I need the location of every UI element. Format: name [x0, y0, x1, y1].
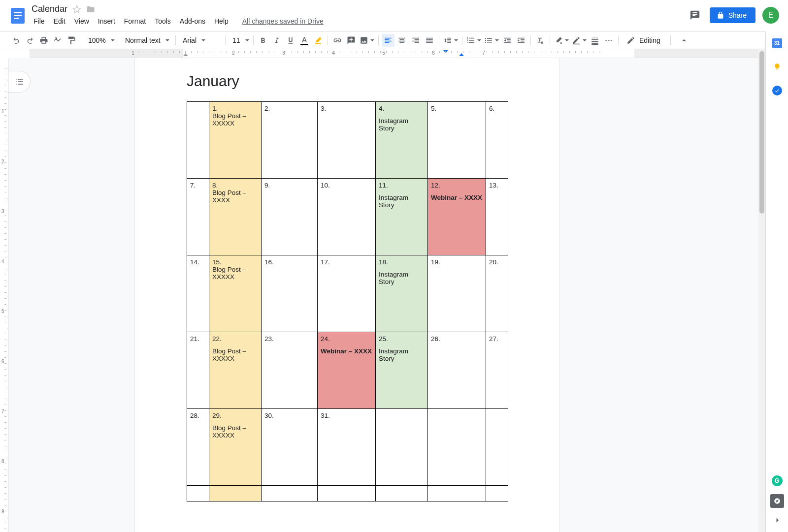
- explore-button[interactable]: [770, 494, 784, 508]
- docs-logo-icon[interactable]: [8, 6, 28, 26]
- calendar-cell[interactable]: 20.: [486, 255, 508, 332]
- calendar-cell[interactable]: 2.: [262, 102, 318, 179]
- vertical-scrollbar[interactable]: [758, 49, 765, 532]
- calendar-cell[interactable]: 25.Instagram Story: [376, 332, 428, 409]
- numbered-list-button[interactable]: [465, 34, 482, 47]
- document-title[interactable]: Calendar: [32, 4, 67, 14]
- clear-formatting-button[interactable]: [534, 34, 547, 47]
- collapse-toolbar-button[interactable]: [678, 34, 690, 47]
- calendar-cell[interactable]: [376, 486, 428, 501]
- editing-mode-select[interactable]: Editing: [622, 34, 667, 47]
- calendar-cell[interactable]: [318, 486, 376, 501]
- calendar-cell[interactable]: 19.: [428, 255, 486, 332]
- calendar-cell[interactable]: 16.: [262, 255, 318, 332]
- page[interactable]: January 1.Blog Post – XXXXX2.3.4.Instagr…: [135, 58, 559, 532]
- spellcheck-button[interactable]: [51, 34, 64, 47]
- calendar-cell[interactable]: 1.Blog Post – XXXXX: [209, 102, 262, 179]
- zoom-select[interactable]: 100%: [84, 34, 115, 47]
- indent-marker-icon[interactable]: [183, 53, 188, 56]
- calendar-cell[interactable]: 7.: [187, 179, 209, 255]
- menu-edit[interactable]: Edit: [50, 15, 69, 27]
- insert-link-button[interactable]: [331, 34, 344, 47]
- highlight-color-button[interactable]: [312, 34, 325, 47]
- font-size-select[interactable]: 11: [229, 34, 250, 47]
- move-folder-icon[interactable]: [86, 5, 95, 14]
- star-icon[interactable]: [72, 5, 81, 14]
- bold-button[interactable]: [257, 34, 269, 47]
- calendar-cell[interactable]: [209, 486, 262, 501]
- print-button[interactable]: [37, 34, 50, 47]
- calendar-cell[interactable]: [262, 486, 318, 501]
- calendar-cell[interactable]: 10.: [318, 179, 376, 255]
- menu-file[interactable]: File: [30, 15, 49, 27]
- calendar-cell[interactable]: 28.: [187, 409, 209, 486]
- calendar-cell[interactable]: 29.Blog Post – XXXXX: [209, 409, 262, 486]
- keep-addon-icon[interactable]: [773, 62, 781, 72]
- decrease-indent-button[interactable]: [501, 34, 514, 47]
- calendar-cell[interactable]: 26.: [428, 332, 486, 409]
- page-heading[interactable]: January: [187, 73, 508, 90]
- menu-help[interactable]: Help: [210, 15, 232, 27]
- calendar-cell[interactable]: 17.: [318, 255, 376, 332]
- calendar-cell[interactable]: [187, 102, 209, 179]
- bulleted-list-button[interactable]: [483, 34, 500, 47]
- calendar-cell[interactable]: 30.: [262, 409, 318, 486]
- calendar-cell[interactable]: 9.: [262, 179, 318, 255]
- calendar-cell[interactable]: 11.Instagram Story: [376, 179, 428, 255]
- calendar-cell[interactable]: 5.: [428, 102, 486, 179]
- calendar-cell[interactable]: 24.Webinar – XXXX: [318, 332, 376, 409]
- document-canvas[interactable]: January 1.Blog Post – XXXXX2.3.4.Instagr…: [9, 58, 765, 532]
- indent-marker-icon[interactable]: [459, 53, 464, 56]
- border-dash-button[interactable]: [602, 34, 615, 47]
- fill-color-button[interactable]: [553, 34, 570, 47]
- calendar-cell[interactable]: 15.Blog Post – XXXXX: [209, 255, 262, 332]
- align-justify-button[interactable]: [423, 34, 436, 47]
- calendar-cell[interactable]: 23.: [262, 332, 318, 409]
- calendar-cell[interactable]: [486, 486, 508, 501]
- insert-comment-button[interactable]: [345, 34, 358, 47]
- paint-format-button[interactable]: [65, 34, 78, 47]
- tasks-addon-icon[interactable]: [772, 86, 782, 95]
- border-color-button[interactable]: [571, 34, 588, 47]
- underline-button[interactable]: [284, 34, 297, 47]
- align-right-button[interactable]: [409, 34, 422, 47]
- menu-insert[interactable]: Insert: [94, 15, 119, 27]
- menu-format[interactable]: Format: [120, 15, 150, 27]
- calendar-cell[interactable]: [187, 486, 209, 501]
- comments-button[interactable]: [687, 7, 703, 23]
- calendar-cell[interactable]: [486, 409, 508, 486]
- font-select[interactable]: Arial: [179, 34, 222, 47]
- document-outline-button[interactable]: [9, 71, 31, 93]
- calendar-cell[interactable]: 27.: [486, 332, 508, 409]
- indent-marker-icon[interactable]: [443, 50, 448, 53]
- align-left-button[interactable]: [382, 34, 394, 47]
- insert-image-button[interactable]: [359, 34, 375, 47]
- vertical-ruler[interactable]: 1 2 3 4 5 6 7 8 9: [0, 58, 9, 532]
- calendar-cell[interactable]: 12.Webinar – XXXX: [428, 179, 486, 255]
- calendar-addon-icon[interactable]: 31: [772, 38, 782, 48]
- text-color-button[interactable]: [298, 34, 311, 47]
- save-status[interactable]: All changes saved in Drive: [242, 17, 324, 25]
- calendar-cell[interactable]: 3.: [318, 102, 376, 179]
- italic-button[interactable]: [270, 34, 283, 47]
- align-center-button[interactable]: [395, 34, 408, 47]
- menu-view[interactable]: View: [70, 15, 93, 27]
- menu-tools[interactable]: Tools: [151, 15, 175, 27]
- calendar-cell[interactable]: [428, 409, 486, 486]
- menu-addons[interactable]: Add-ons: [176, 15, 209, 27]
- calendar-cell[interactable]: 8.Blog Post – XXXX: [209, 179, 262, 255]
- calendar-cell[interactable]: 22.Blog Post – XXXXX: [209, 332, 262, 409]
- grammarly-icon[interactable]: G: [772, 475, 783, 486]
- calendar-table[interactable]: 1.Blog Post – XXXXX2.3.4.Instagram Story…: [187, 101, 508, 501]
- calendar-cell[interactable]: 31.: [318, 409, 376, 486]
- calendar-cell[interactable]: 4.Instagram Story: [376, 102, 428, 179]
- hide-sidepanel-button[interactable]: [773, 516, 782, 526]
- calendar-cell[interactable]: 13.: [486, 179, 508, 255]
- border-width-button[interactable]: [589, 34, 601, 47]
- increase-indent-button[interactable]: [515, 34, 527, 47]
- calendar-cell[interactable]: [428, 486, 486, 501]
- calendar-cell[interactable]: 18.Instagram Story: [376, 255, 428, 332]
- calendar-cell[interactable]: 21.: [187, 332, 209, 409]
- calendar-cell[interactable]: [376, 409, 428, 486]
- scrollbar-thumb[interactable]: [759, 51, 764, 214]
